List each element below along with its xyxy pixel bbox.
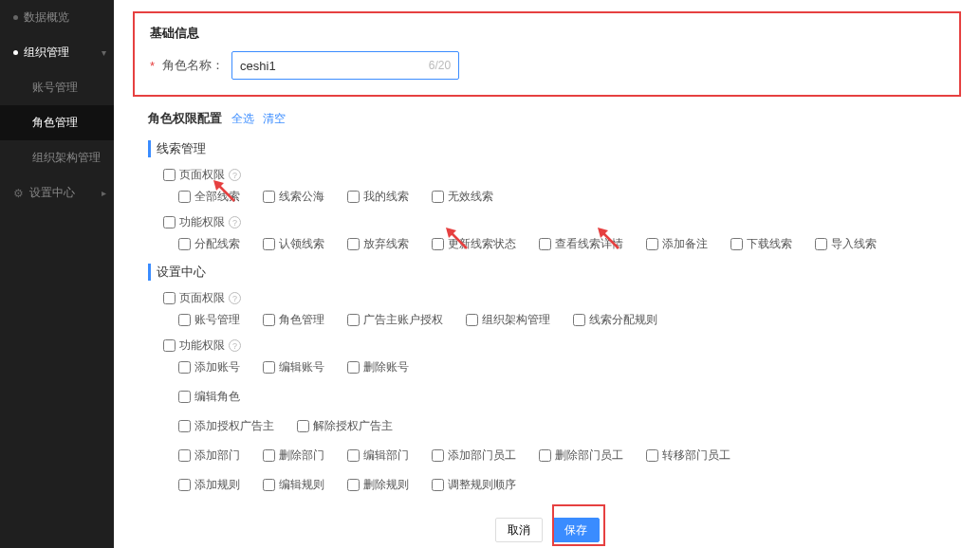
checkbox-invalid-leads[interactable] (432, 191, 444, 203)
checkbox-add-auth-advertiser[interactable] (178, 420, 191, 432)
checkbox-func-perm-2[interactable] (163, 339, 176, 352)
checkbox-download-lead[interactable] (730, 238, 743, 250)
perm-items-row: 账号管理 角色管理 广告主账户授权 组织架构管理 线索分配规则 (178, 312, 961, 328)
checkbox-my-leads[interactable] (347, 191, 360, 203)
sidebar-item-dashboard[interactable]: 数据概览 (0, 0, 114, 35)
checkbox-delete-account[interactable] (347, 361, 360, 374)
role-name-counter: 6/20 (429, 59, 451, 72)
checkbox-import-lead[interactable] (815, 238, 827, 250)
checkbox-delete-dept-staff[interactable] (539, 449, 551, 462)
checkbox-func-perm[interactable] (163, 216, 176, 228)
help-icon[interactable]: ? (229, 339, 241, 352)
checkbox-advertiser-auth[interactable] (347, 314, 360, 326)
checkbox-edit-account[interactable] (263, 361, 275, 374)
sidebar-item-org[interactable]: 组织管理 ▾ (0, 35, 114, 70)
perm-item-label: 无效线索 (448, 189, 493, 205)
sidebar-item-role-mgmt[interactable]: 角色管理 (0, 105, 114, 140)
required-indicator: * (150, 59, 155, 73)
role-name-input-wrap[interactable]: 6/20 (231, 51, 459, 80)
checkbox-delete-dept[interactable] (263, 449, 275, 462)
save-button[interactable]: 保存 (552, 518, 600, 542)
checkbox-add-dept-staff[interactable] (432, 449, 444, 462)
perm-item-label: 线索分配规则 (589, 312, 657, 328)
perm-items-row: 全部线索 线索公海 我的线索 无效线索 (178, 189, 961, 205)
perm-header-text: 角色权限配置 (148, 111, 222, 125)
checkbox-assign-lead[interactable] (178, 238, 191, 250)
sidebar-item-label: 组织管理 (24, 45, 69, 61)
sidebar-item-label: 设置中心 (29, 185, 75, 201)
chevron-down-icon: ▾ (102, 47, 106, 58)
perm-item-label: 广告主账户授权 (363, 312, 443, 328)
checkbox-add-dept[interactable] (178, 449, 191, 462)
perm-item-label: 认领线索 (279, 236, 324, 252)
block-head-label: 功能权限 (179, 214, 225, 230)
perm-item-label: 编辑账号 (279, 359, 324, 375)
perm-items-row: 编辑角色 (178, 389, 961, 405)
perm-item-label: 解除授权广告主 (313, 418, 393, 434)
perm-item-label: 添加账号 (194, 359, 240, 375)
perm-item-label: 角色管理 (279, 312, 324, 328)
perm-item-label: 删除部门员工 (555, 448, 623, 464)
checkbox-view-lead-detail[interactable] (539, 238, 551, 250)
checkbox-account-mgmt[interactable] (178, 314, 191, 326)
perm-item-label: 我的线索 (363, 189, 409, 205)
group-title: 设置中心 (148, 264, 961, 281)
sidebar-item-org-structure[interactable]: 组织架构管理 (0, 140, 114, 175)
sidebar-item-settings[interactable]: ⚙ 设置中心 ▸ (0, 175, 114, 210)
perm-items-row: 添加部门 删除部门 编辑部门 添加部门员工 删除部门员工 转移部门员工 (178, 448, 961, 464)
checkbox-page-perm[interactable] (163, 169, 176, 181)
checkbox-remove-auth-advertiser[interactable] (297, 420, 309, 432)
perm-item-label: 账号管理 (194, 312, 240, 328)
checkbox-edit-dept[interactable] (347, 449, 360, 462)
sidebar-item-account-mgmt[interactable]: 账号管理 (0, 70, 114, 105)
checkbox-add-rule[interactable] (178, 479, 191, 491)
help-icon[interactable]: ? (229, 169, 241, 181)
checkbox-add-note[interactable] (646, 238, 658, 250)
sidebar-item-label: 账号管理 (32, 80, 78, 96)
checkbox-abandon-lead[interactable] (347, 238, 360, 250)
perm-item-label: 分配线索 (194, 236, 240, 252)
checkbox-lead-assign-rule[interactable] (573, 314, 585, 326)
perm-item-label: 添加备注 (662, 236, 708, 252)
block-head-row: 功能权限 ? (163, 338, 961, 354)
role-name-row: * 角色名称： 6/20 (150, 51, 944, 80)
perm-item-label: 下载线索 (747, 236, 792, 252)
main-content: 基础信息 * 角色名称： 6/20 角色权限配置 全选 清空 线索管理 (114, 0, 980, 548)
checkbox-edit-rule[interactable] (263, 479, 275, 491)
checkbox-delete-rule[interactable] (347, 479, 360, 491)
role-name-label: 角色名称： (162, 57, 224, 74)
checkbox-reorder-rule[interactable] (432, 479, 444, 491)
perm-group-leads: 线索管理 页面权限 ? 全部线索 线索公海 我的线索 无效线索 功能权限 (148, 140, 961, 252)
checkbox-lead-pool[interactable] (263, 191, 275, 203)
role-name-input[interactable] (240, 59, 429, 73)
select-all-link[interactable]: 全选 (231, 112, 254, 125)
block-head-label: 页面权限 (179, 167, 225, 183)
perm-item-label: 放弃线索 (363, 236, 409, 252)
section-title-permissions: 角色权限配置 全选 清空 (148, 110, 961, 127)
help-icon[interactable]: ? (229, 216, 241, 228)
checkbox-org-structure-perm[interactable] (466, 314, 478, 326)
gear-icon: ⚙ (13, 187, 24, 200)
cancel-button[interactable]: 取消 (495, 518, 543, 542)
checkbox-role-mgmt-perm[interactable] (263, 314, 275, 326)
footer-actions: 取消 保存 (114, 512, 980, 542)
clear-link[interactable]: 清空 (263, 112, 286, 125)
checkbox-add-account[interactable] (178, 361, 191, 374)
section-title-basic-info: 基础信息 (150, 25, 944, 42)
checkbox-page-perm-2[interactable] (163, 292, 176, 304)
perm-item-label: 编辑角色 (194, 389, 240, 405)
checkbox-claim-lead[interactable] (263, 238, 275, 250)
perm-item-label: 导入线索 (831, 236, 877, 252)
block-head-row: 功能权限 ? (163, 214, 961, 230)
checkbox-edit-role[interactable] (178, 391, 191, 403)
sidebar-item-label: 数据概览 (24, 9, 69, 26)
checkbox-transfer-dept-staff[interactable] (646, 449, 658, 462)
sidebar-item-label: 角色管理 (32, 115, 78, 131)
help-icon[interactable]: ? (229, 292, 241, 304)
perm-item-label: 删除账号 (363, 359, 409, 375)
checkbox-all-leads[interactable] (178, 191, 191, 203)
perm-item-label: 添加授权广告主 (194, 418, 274, 434)
perm-items-row: 分配线索 认领线索 放弃线索 更新线索状态 查看线索详情 添加备注 下载线索 导… (178, 236, 961, 252)
checkbox-update-lead-status[interactable] (432, 238, 444, 250)
annotation-box-basic-info: 基础信息 * 角色名称： 6/20 (133, 11, 961, 97)
